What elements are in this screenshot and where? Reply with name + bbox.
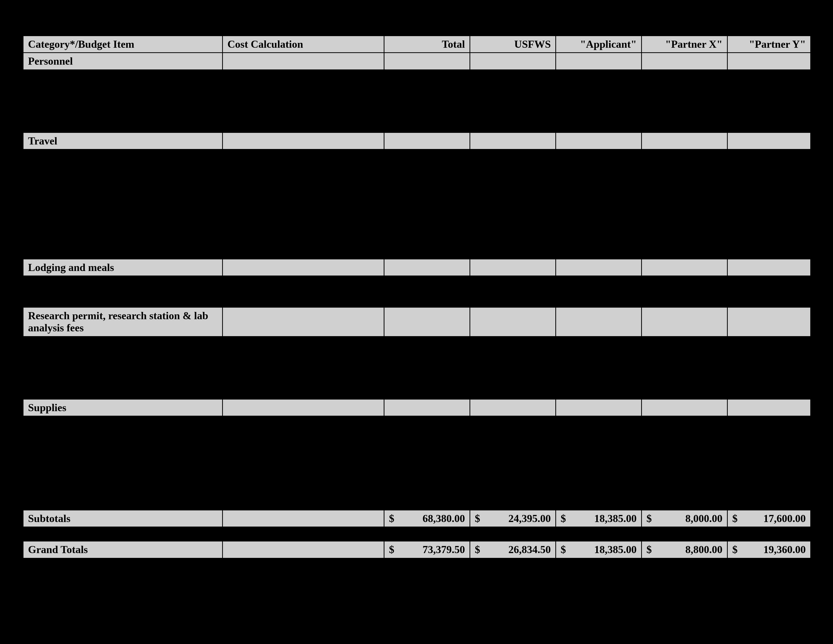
blank-cell: [470, 432, 556, 448]
blank-cell: [642, 212, 727, 227]
blank-cell: [23, 117, 223, 132]
currency-symbol: $: [475, 512, 480, 525]
amount: 8,800.00: [685, 544, 722, 555]
blank-cell: [384, 448, 470, 463]
money: $73,379.50: [389, 544, 465, 555]
blank-cell: [384, 494, 470, 510]
blank-cell: [470, 352, 556, 368]
blank-cell: [470, 101, 556, 117]
blank-cell: [470, 117, 556, 132]
blank-cell: [556, 165, 642, 180]
budget-table: Category*/Budget ItemCost CalculationTot…: [23, 35, 811, 559]
blank-cell: [642, 227, 727, 243]
blank-cell: [470, 196, 556, 212]
blank-cell: [23, 212, 223, 227]
money: $19,360.00: [732, 544, 806, 555]
blank-cell: [384, 368, 470, 383]
blank-cell: [470, 368, 556, 383]
blank-cell: [727, 70, 811, 85]
empty-cell: [223, 541, 384, 558]
section-empty: [470, 399, 556, 416]
blank-cell: [223, 494, 384, 510]
blank-cell: [727, 212, 811, 227]
data-row: [23, 180, 811, 196]
blank-cell: [556, 212, 642, 227]
blank-cell: [556, 448, 642, 463]
page: Category*/Budget ItemCost CalculationTot…: [0, 0, 833, 644]
blank-cell: [727, 165, 811, 180]
section-empty: [642, 53, 727, 70]
section-empty: [223, 399, 384, 416]
blank-cell: [556, 463, 642, 479]
section-empty: [223, 53, 384, 70]
blank-cell: [727, 494, 811, 510]
data-row: [23, 352, 811, 368]
currency-symbol: $: [561, 512, 566, 525]
section-empty: [556, 53, 642, 70]
blank-cell: [556, 432, 642, 448]
money-cell: $24,395.00: [470, 510, 556, 527]
blank-cell: [642, 432, 727, 448]
section-empty: [556, 399, 642, 416]
blank-cell: [470, 463, 556, 479]
blank-cell: [556, 243, 642, 259]
blank-cell: [384, 196, 470, 212]
section-label: Lodging and meals: [23, 259, 223, 276]
blank-cell: [642, 101, 727, 117]
money: $18,385.00: [561, 512, 637, 525]
blank-cell: [642, 494, 727, 510]
blank-cell: [727, 383, 811, 399]
blank-cell: [642, 479, 727, 494]
blank-cell: [642, 243, 727, 259]
blank-cell: [556, 180, 642, 196]
data-row: [23, 212, 811, 227]
section-empty: [556, 308, 642, 336]
section-empty: [470, 308, 556, 336]
blank-cell: [23, 463, 223, 479]
blank-cell: [642, 352, 727, 368]
section-label: Supplies: [23, 399, 223, 416]
blank-cell: [384, 383, 470, 399]
section-empty: [223, 259, 384, 276]
blank-cell: [23, 165, 223, 180]
section-empty: [384, 259, 470, 276]
section-empty: [727, 259, 811, 276]
blank-cell: [556, 149, 642, 165]
blank-cell: [23, 479, 223, 494]
blank-cell: [470, 70, 556, 85]
section-empty: [470, 132, 556, 149]
blank-cell: [727, 448, 811, 463]
blank-cell: [470, 180, 556, 196]
blank-cell: [556, 383, 642, 399]
blank-cell: [23, 416, 223, 432]
blank-cell: [727, 276, 811, 292]
blank-cell: [23, 292, 223, 308]
section-empty: [556, 132, 642, 149]
data-row: [23, 243, 811, 259]
blank-cell: [23, 70, 223, 85]
blank-cell: [727, 336, 811, 352]
blank-cell: [23, 85, 223, 101]
blank-cell: [223, 448, 384, 463]
blank-cell: [223, 383, 384, 399]
blank-cell: [727, 368, 811, 383]
blank-cell: [642, 85, 727, 101]
blank-cell: [642, 336, 727, 352]
blank-cell: [727, 227, 811, 243]
money-cell: $17,600.00: [727, 510, 811, 527]
currency-symbol: $: [732, 544, 738, 555]
blank-cell: [23, 448, 223, 463]
blank-cell: [223, 101, 384, 117]
blank-cell: [23, 276, 223, 292]
section-empty: [223, 132, 384, 149]
blank-cell: [384, 243, 470, 259]
money-cell: $19,360.00: [727, 541, 811, 558]
blank-cell: [23, 368, 223, 383]
blank-cell: [223, 416, 384, 432]
blank-cell: [556, 276, 642, 292]
section-empty: [727, 132, 811, 149]
blank-cell: [556, 227, 642, 243]
blank-cell: [470, 212, 556, 227]
data-row: [23, 70, 811, 85]
blank-cell: [223, 479, 384, 494]
